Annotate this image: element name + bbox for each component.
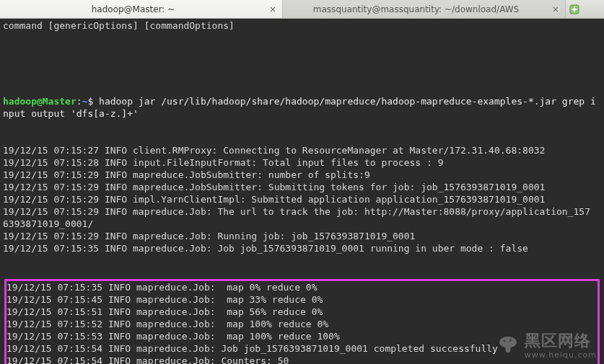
tab-bar: hadoop@Master: ~ × massquantity@massquan… [0, 0, 604, 19]
usage-text: command [genericOptions] [commandOptions… [3, 20, 235, 31]
log-line: 19/12/15 07:15:51 INFO mapreduce.Job: ma… [6, 306, 598, 318]
new-tab-button[interactable] [566, 0, 583, 18]
prompt-userhost: hadoop@Master [3, 96, 76, 107]
log-line: 19/12/15 07:15:29 INFO impl.YarnClientIm… [3, 193, 601, 205]
prompt-line: hadoop@Master:~$ hadoop jar /usr/lib/had… [3, 95, 601, 120]
log-line: 19/12/15 07:15:29 INFO mapreduce.JobSubm… [3, 181, 601, 193]
close-icon[interactable]: × [551, 4, 561, 14]
log-line: 6393871019_0001/ [3, 218, 601, 230]
blank-line [3, 58, 601, 71]
tab-title: hadoop@Master: ~ [4, 4, 262, 14]
terminal-output[interactable]: hadoop@Master:~$ hadoop jar /usr/lib/had… [0, 34, 604, 364]
log-line: 19/12/15 07:15:52 INFO mapreduce.Job: ma… [6, 318, 598, 330]
log-line: 19/12/15 07:15:27 INFO client.RMProxy: C… [3, 144, 601, 156]
log-line: 19/12/15 07:15:35 INFO mapreduce.Job: ma… [6, 281, 598, 293]
usage-line: command [genericOptions] [commandOptions… [0, 19, 604, 34]
log-block: 19/12/15 07:15:27 INFO client.RMProxy: C… [3, 144, 601, 254]
log-line: 19/12/15 07:15:53 INFO mapreduce.Job: ma… [6, 330, 598, 342]
log-line: 19/12/15 07:15:54 INFO mapreduce.Job: Co… [6, 355, 598, 364]
log-line: 19/12/15 07:15:28 INFO input.FileInputFo… [3, 156, 601, 169]
log-line: 19/12/15 07:15:54 INFO mapreduce.Job: Jo… [6, 342, 598, 355]
prompt-sep: : [76, 96, 82, 107]
tab-terminal-active[interactable]: hadoop@Master: ~ × [0, 0, 283, 18]
highlighted-log-block: 19/12/15 07:15:35 INFO mapreduce.Job: ma… [4, 279, 600, 364]
tab-title: massquantity@massquantity: ~/download/AW… [287, 4, 545, 14]
tab-terminal-inactive[interactable]: massquantity@massquantity: ~/download/AW… [283, 0, 566, 18]
log-line: 19/12/15 07:15:29 INFO mapreduce.Job: Th… [3, 205, 601, 218]
log-line: 19/12/15 07:15:45 INFO mapreduce.Job: ma… [6, 293, 598, 306]
log-line: 19/12/15 07:15:29 INFO mapreduce.Job: Ru… [3, 230, 601, 242]
close-icon[interactable]: × [268, 4, 278, 14]
log-line: 19/12/15 07:15:35 INFO mapreduce.Job: Jo… [3, 242, 601, 254]
log-line: 19/12/15 07:15:29 INFO mapreduce.JobSubm… [3, 169, 601, 181]
plus-icon [569, 4, 580, 15]
